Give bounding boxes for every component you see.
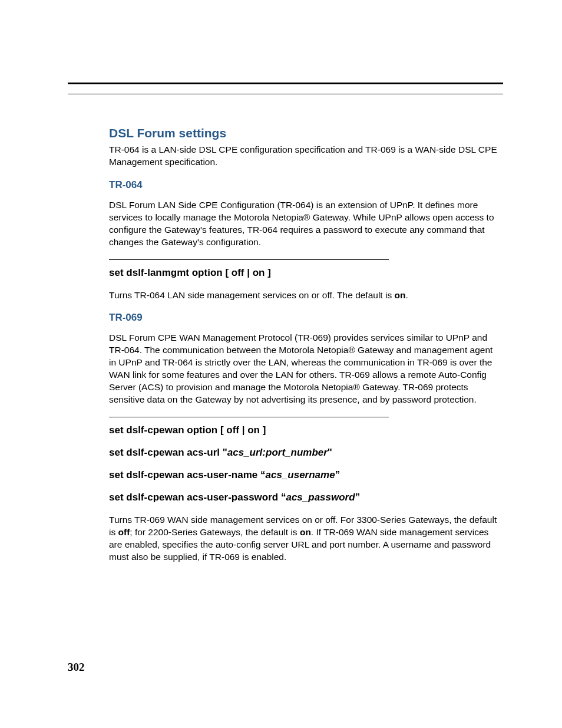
default-value-off: off [118,527,130,537]
tr064-heading: TR-064 [109,179,497,191]
default-value-on: on [300,527,311,537]
text: Turns TR-064 LAN side management service… [109,290,394,300]
cmd-text: ” [335,469,340,480]
cmd-dslf-cpewan-acs-user-password: set dslf-cpewan acs-user-password “acs_p… [109,492,497,503]
cmd-dslf-cpewan-acs-url: set dslf-cpewan acs-url "acs_url:port_nu… [109,447,497,459]
cmd-text: set dslf-cpewan acs-user-password “ [109,492,286,503]
section-title: DSL Forum settings [109,126,497,140]
tr069-heading: TR-069 [109,312,497,324]
cmd-param: acs_password [286,492,355,503]
section-intro: TR-064 is a LAN-side DSL CPE configurati… [109,144,497,169]
text: ; for 2200-Series Gateways, the default … [130,527,300,537]
default-value: on [394,290,405,300]
cmd-param: acs_username [265,469,335,480]
cmd-text: set dslf-cpewan acs-url " [109,447,227,458]
tr064-cmd-desc: Turns TR-064 LAN side management service… [109,289,497,302]
page-content: DSL Forum settings TR-064 is a LAN-side … [109,126,497,564]
cmd-text: set dslf-cpewan acs-user-name “ [109,469,265,480]
tr069-body: DSL Forum CPE WAN Management Protocol (T… [109,332,497,406]
cmd-text: " [328,447,332,458]
command-divider [109,417,389,417]
cmd-text: ” [355,492,361,503]
document-page: DSL Forum settings TR-064 is a LAN-side … [0,0,562,728]
cmd-param: acs_url:port_number [227,447,328,458]
tr069-cmd-desc: Turns TR-069 WAN side management service… [109,514,497,564]
cmd-dslf-cpewan-acs-user-name: set dslf-cpewan acs-user-name “acs_usern… [109,469,497,481]
cmd-dslf-cpewan-option: set dslf-cpewan option [ off | on ] [109,424,497,436]
tr064-body: DSL Forum LAN Side CPE Configuration (TR… [109,199,497,249]
cmd-dslf-lanmgmt: set dslf-lanmgmt option [ off | on ] [109,267,497,279]
text: . [405,290,408,300]
header-rule-thick [68,83,503,84]
header-rule-thin [68,94,503,94]
page-number: 302 [68,661,85,674]
command-divider [109,259,389,260]
